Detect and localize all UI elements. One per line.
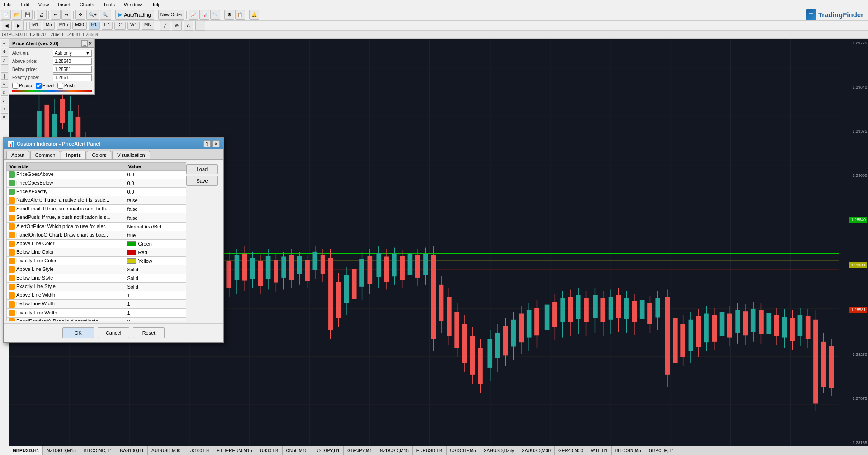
left-tool-rect[interactable]: □ bbox=[1, 89, 8, 96]
chart-btn1[interactable]: 📈 bbox=[189, 10, 198, 20]
table-row[interactable]: Below Line StyleSolid bbox=[7, 274, 186, 283]
left-tool-vline[interactable]: │ bbox=[1, 72, 8, 80]
tab-nzdsgd-m15[interactable]: NZDSGD,M15 bbox=[43, 446, 80, 455]
table-row[interactable]: Below Line Width1 bbox=[7, 300, 186, 308]
left-tool-line[interactable]: ╱ bbox=[1, 56, 8, 63]
chart-btn2[interactable]: 📊 bbox=[199, 10, 209, 20]
table-row[interactable]: PriceIsExactly0.0 bbox=[7, 188, 186, 196]
zoom-in-btn[interactable]: 🔍+ bbox=[86, 10, 99, 20]
tab-bitcoin-m5[interactable]: BITCOIN,M5 bbox=[612, 446, 645, 455]
above-price-input[interactable]: 1.28640 bbox=[53, 58, 92, 65]
tab-wtl-h1[interactable]: WTL,H1 bbox=[587, 446, 612, 455]
tab-about[interactable]: About bbox=[6, 151, 29, 159]
tab-gbpjpy-m1[interactable]: GBPJPY,M1 bbox=[344, 446, 376, 455]
tf-h4[interactable]: H4 bbox=[102, 22, 113, 30]
draw-tool1[interactable]: ╱ bbox=[160, 21, 170, 31]
tab-gbpchf-h1[interactable]: GBPCHF,H1 bbox=[645, 446, 678, 455]
tab-ger40-m30[interactable]: GER40,M30 bbox=[555, 446, 587, 455]
email-checkbox-item[interactable]: Email bbox=[36, 83, 54, 89]
table-row[interactable]: PriceGoesAbove0.0 bbox=[7, 171, 186, 179]
undo-btn[interactable]: ↩ bbox=[51, 10, 61, 20]
chart-btn3[interactable]: 📉 bbox=[210, 10, 220, 20]
save-btn[interactable]: 💾 bbox=[23, 10, 33, 20]
menu-edit[interactable]: Edit bbox=[19, 2, 31, 7]
table-row[interactable]: Exactly Line Width1 bbox=[7, 308, 186, 317]
tf-arrow-right[interactable]: ▶ bbox=[14, 21, 24, 31]
table-row[interactable]: NativeAlert: If true, a native alert is … bbox=[7, 196, 186, 205]
tab-gbpusd-h1[interactable]: GBPUSD,H1 bbox=[9, 446, 43, 455]
tf-w1[interactable]: W1 bbox=[127, 22, 140, 30]
reset-btn[interactable]: Reset bbox=[133, 327, 165, 338]
tf-m15[interactable]: M15 bbox=[57, 22, 71, 30]
exactly-price-input[interactable]: 1.28611 bbox=[53, 74, 92, 81]
menu-window[interactable]: Window bbox=[122, 2, 143, 7]
table-row[interactable]: Above Line StyleSolid bbox=[7, 265, 186, 274]
tab-nas100-h1[interactable]: NAS100,H1 bbox=[116, 446, 148, 455]
ok-btn[interactable]: OK bbox=[62, 327, 94, 338]
template-btn[interactable]: 📋 bbox=[235, 10, 245, 20]
menu-charts[interactable]: Charts bbox=[78, 2, 96, 7]
menu-file[interactable]: File bbox=[2, 2, 14, 7]
tf-m1[interactable]: M1 bbox=[29, 22, 41, 30]
tf-d1[interactable]: D1 bbox=[114, 22, 126, 30]
tab-eurusd-h4[interactable]: EURUSD,H4 bbox=[413, 446, 447, 455]
tab-colors[interactable]: Colors bbox=[87, 151, 111, 159]
tab-cn50-m15[interactable]: CN50,M15 bbox=[283, 446, 312, 455]
tab-audusd-m30[interactable]: AUDUSD,M30 bbox=[148, 446, 184, 455]
tab-uk100-h4[interactable]: UK100,H4 bbox=[184, 446, 213, 455]
table-row[interactable]: Below Line ColorRed bbox=[7, 248, 186, 256]
table-row[interactable]: PanelOnTopOfChart: Draw chart as bac...t… bbox=[7, 231, 186, 239]
left-tool-text[interactable]: A bbox=[1, 97, 8, 104]
price-alert-close[interactable]: × bbox=[89, 40, 92, 47]
zoom-out-btn[interactable]: 🔍- bbox=[100, 10, 111, 20]
tab-usdjpy-h1[interactable]: USDJPY,H1 bbox=[311, 446, 344, 455]
table-row[interactable]: Above Line Width1 bbox=[7, 291, 186, 300]
autotrading-button[interactable]: ▶ AutoTrading bbox=[115, 10, 154, 20]
below-price-input[interactable]: 1.28581 bbox=[53, 66, 92, 73]
tf-m5[interactable]: M5 bbox=[43, 22, 55, 30]
left-tool-crosshair[interactable]: ✛ bbox=[1, 48, 8, 55]
table-row[interactable]: Exactly Line ColorYellow bbox=[7, 256, 186, 265]
table-row[interactable]: Exactly Line StyleSolid bbox=[7, 283, 186, 291]
menu-help[interactable]: Help bbox=[149, 2, 163, 7]
dialog-close-btn[interactable]: × bbox=[212, 140, 220, 147]
table-row[interactable]: SendPush: If true, a push notification i… bbox=[7, 213, 186, 222]
crosshair-btn[interactable]: ✛ bbox=[75, 10, 85, 20]
left-tool-hline[interactable]: ─ bbox=[1, 64, 8, 71]
draw-tool4[interactable]: T bbox=[195, 21, 205, 31]
push-checkbox[interactable] bbox=[57, 83, 63, 89]
popup-checkbox-item[interactable]: Popup bbox=[12, 83, 32, 89]
new-order-btn[interactable]: New Order bbox=[158, 10, 184, 20]
menu-tools[interactable]: Tools bbox=[101, 2, 117, 7]
new-btn[interactable]: 📄 bbox=[1, 10, 11, 20]
tab-us30-h4[interactable]: US30,H4 bbox=[256, 446, 283, 455]
tf-mn[interactable]: MN bbox=[142, 22, 154, 30]
open-btn[interactable]: 📂 bbox=[12, 10, 22, 20]
cancel-btn[interactable]: Cancel bbox=[98, 327, 129, 338]
load-btn[interactable]: Load bbox=[186, 164, 218, 174]
menu-insert[interactable]: Insert bbox=[56, 2, 72, 7]
table-row[interactable]: PanelPositionX: Panel's X coordinate.0 bbox=[7, 317, 186, 321]
dialog-help-btn[interactable]: ? bbox=[203, 140, 211, 147]
table-row[interactable]: AlertOnPrice: Which price to use for ale… bbox=[7, 222, 186, 231]
save-btn[interactable]: Save bbox=[186, 176, 218, 186]
redo-btn[interactable]: ↪ bbox=[61, 10, 71, 20]
push-checkbox-item[interactable]: Push bbox=[57, 83, 75, 89]
left-tool-fib[interactable]: ∿ bbox=[1, 81, 8, 88]
print-btn[interactable]: 🖨 bbox=[37, 10, 47, 20]
left-tool-cursor[interactable]: ↖ bbox=[1, 40, 8, 47]
draw-tool2[interactable]: ⊕ bbox=[172, 21, 182, 31]
email-checkbox[interactable] bbox=[36, 83, 42, 89]
left-tool-arrow[interactable]: ↑ bbox=[1, 105, 8, 112]
tab-usdchf-m5[interactable]: USDCHF,M5 bbox=[447, 446, 480, 455]
popup-checkbox[interactable] bbox=[12, 83, 18, 89]
tf-arrow-left[interactable]: ◀ bbox=[2, 21, 12, 31]
tf-h1[interactable]: H1 bbox=[89, 22, 100, 30]
tab-bitcoinc-h1[interactable]: BITCOINC,H1 bbox=[80, 446, 116, 455]
tab-nzdusd-m15[interactable]: NZDUSD,M15 bbox=[376, 446, 413, 455]
tab-xagusd-daily[interactable]: XAGUSD,Daily bbox=[480, 446, 518, 455]
menu-view[interactable]: View bbox=[37, 2, 51, 7]
left-tool-zoom[interactable]: ⊕ bbox=[1, 113, 8, 120]
table-row[interactable]: Above Line ColorGreen bbox=[7, 239, 186, 248]
table-row[interactable]: SendEmail: If true, an e-mail is sent to… bbox=[7, 205, 186, 213]
